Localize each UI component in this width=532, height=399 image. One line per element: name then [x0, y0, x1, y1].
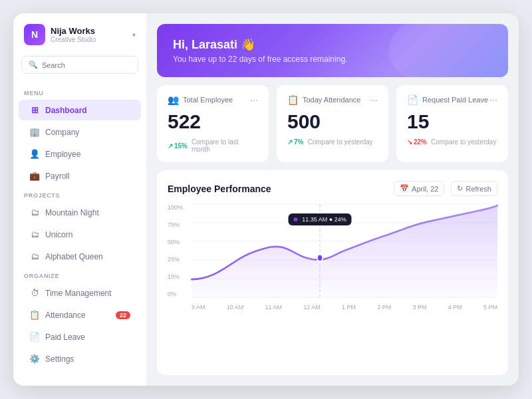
stat-compare: Compare to last month	[192, 138, 258, 153]
calendar-icon: 📅	[400, 184, 409, 193]
svg-point-7	[317, 254, 323, 261]
sidebar-item-label: Employee	[45, 150, 80, 159]
sidebar-item-employee[interactable]: 👤 Employee	[19, 144, 141, 164]
time-icon: ⏱	[29, 288, 40, 298]
payroll-icon: 💼	[29, 171, 40, 181]
refresh-icon: ↻	[457, 184, 463, 193]
chart-section: Employee Performance 📅 April, 22 ↻ Refre…	[157, 170, 508, 375]
stat-more-button[interactable]: ···	[370, 94, 378, 105]
sidebar-item-label: Unicorn	[45, 230, 72, 239]
chart-refresh-button[interactable]: ↻ Refresh	[451, 181, 497, 196]
stat-more-button[interactable]: ···	[489, 94, 497, 105]
stat-change: ↗ 15%	[168, 142, 188, 150]
sidebar-item-settings[interactable]: ⚙️ Settings	[19, 348, 141, 369]
sidebar-item-label: Payroll	[45, 172, 70, 181]
sidebar-item-label: Company	[45, 128, 79, 137]
sidebar: N Nija Works Creative Studio ▾ 🔍 MENU ⊞ …	[13, 13, 146, 386]
search-box[interactable]: 🔍	[21, 56, 138, 74]
stat-card-paid-leave: 📄 Request Paid Leave ··· 15 ↘ 22% Compar…	[396, 85, 508, 162]
sidebar-item-payroll[interactable]: 💼 Payroll	[19, 166, 141, 186]
chart-y-labels: 100% 75% 50% 25% 15% 0%	[168, 204, 192, 297]
chart-refresh-label: Refresh	[466, 185, 491, 193]
sidebar-item-company[interactable]: 🏢 Company	[19, 122, 141, 142]
sidebar-item-label: Alphabet Queen	[45, 252, 103, 261]
stat-change: ↗ 7%	[287, 138, 303, 146]
total-employee-icon: 👥	[168, 94, 179, 105]
stat-value: 500	[287, 110, 378, 133]
sidebar-item-label: Settings	[45, 354, 74, 364]
sidebar-item-label: Paid Leave	[45, 332, 85, 342]
sidebar-item-label: Time Management	[45, 289, 112, 298]
dashboard-icon: ⊞	[29, 105, 40, 115]
brand-info: Nija Works Creative Studio	[51, 26, 127, 43]
sidebar-item-attendance[interactable]: 📋 Attendance 22	[19, 305, 141, 325]
stat-value: 522	[168, 110, 258, 133]
welcome-subtitle: You have up to 22 days of free access re…	[173, 55, 492, 64]
chart-title: Employee Performance	[168, 184, 271, 194]
menu-section-label: MENU	[13, 84, 146, 99]
attendance-icon: 📋	[29, 310, 40, 320]
chart-area: 100% 75% 50% 25% 15% 0%	[168, 204, 497, 311]
stat-title: Total Employee	[183, 96, 233, 104]
brand-logo: N	[24, 24, 45, 45]
chart-x-labels: 9 AM 10 AM 11 AM 12 AM 1 PM 2 PM 3 PM 4 …	[192, 297, 497, 311]
tooltip-dot	[294, 217, 298, 221]
stat-compare: Compare to yesterday	[431, 138, 496, 146]
brand-header[interactable]: N Nija Works Creative Studio ▾	[13, 24, 146, 56]
paid-leave-stat-icon: 📄	[407, 94, 418, 105]
attendance-badge: 22	[116, 311, 130, 319]
tooltip-text: 11.35 AM ● 24%	[302, 216, 346, 223]
attendance-stat-icon: 📋	[287, 94, 299, 105]
employee-icon: 👤	[29, 149, 40, 159]
chart-svg-container: 11.35 AM ● 24%	[192, 204, 497, 297]
stat-value: 15	[407, 110, 497, 133]
stat-compare: Compare to yesterday	[307, 138, 372, 146]
stat-card-today-attendance: 📋 Today Attendance ··· 500 ↗ 7% Compare …	[277, 85, 388, 162]
project-icon: 🗂	[29, 251, 40, 261]
chart-controls: 📅 April, 22 ↻ Refresh	[394, 181, 497, 196]
search-icon: 🔍	[29, 61, 38, 69]
chart-tooltip: 11.35 AM ● 24%	[289, 213, 352, 225]
sidebar-item-alphabet-queen[interactable]: 🗂 Alphabet Queen	[19, 246, 141, 267]
paid-leave-icon: 📄	[29, 332, 40, 342]
welcome-title: Hi, Larasati 👋	[173, 37, 492, 52]
chart-date-label: April, 22	[412, 185, 438, 193]
stat-more-button[interactable]: ···	[250, 94, 258, 105]
main-content: Hi, Larasati 👋 You have up to 22 days of…	[146, 13, 519, 386]
chevron-down-icon: ▾	[132, 31, 136, 39]
brand-name: Nija Works	[51, 26, 127, 36]
sidebar-item-time-management[interactable]: ⏱ Time Management	[19, 283, 141, 303]
project-icon: 🗂	[29, 207, 40, 217]
chart-date-button[interactable]: 📅 April, 22	[394, 181, 444, 196]
sidebar-item-dashboard[interactable]: ⊞ Dashboard	[19, 100, 141, 120]
search-input[interactable]	[42, 61, 131, 69]
stats-row: 👥 Total Employee ··· 522 ↗ 15% Compare t…	[157, 85, 508, 162]
sidebar-item-label: Attendance	[45, 311, 86, 320]
projects-section-label: PROJECTS	[13, 187, 146, 201]
stat-card-total-employee: 👥 Total Employee ··· 522 ↗ 15% Compare t…	[157, 85, 269, 162]
company-icon: 🏢	[29, 127, 40, 137]
stat-title: Request Paid Leave	[422, 96, 488, 104]
sidebar-item-paid-leave[interactable]: 📄 Paid Leave	[19, 327, 141, 347]
sidebar-item-mountain-night[interactable]: 🗂 Mountain Night	[19, 202, 141, 223]
sidebar-item-unicorn[interactable]: 🗂 Unicorn	[19, 224, 141, 245]
settings-icon: ⚙️	[29, 354, 40, 364]
sidebar-item-label: Dashboard	[45, 106, 87, 115]
sidebar-item-label: Mountain Night	[45, 208, 99, 217]
project-icon: 🗂	[29, 229, 40, 239]
stat-change: ↘ 22%	[407, 138, 427, 146]
organize-section-label: ORGANIZE	[13, 267, 146, 282]
welcome-banner: Hi, Larasati 👋 You have up to 22 days of…	[157, 24, 508, 77]
brand-subtitle: Creative Studio	[51, 36, 127, 43]
stat-title: Today Attendance	[303, 96, 360, 104]
